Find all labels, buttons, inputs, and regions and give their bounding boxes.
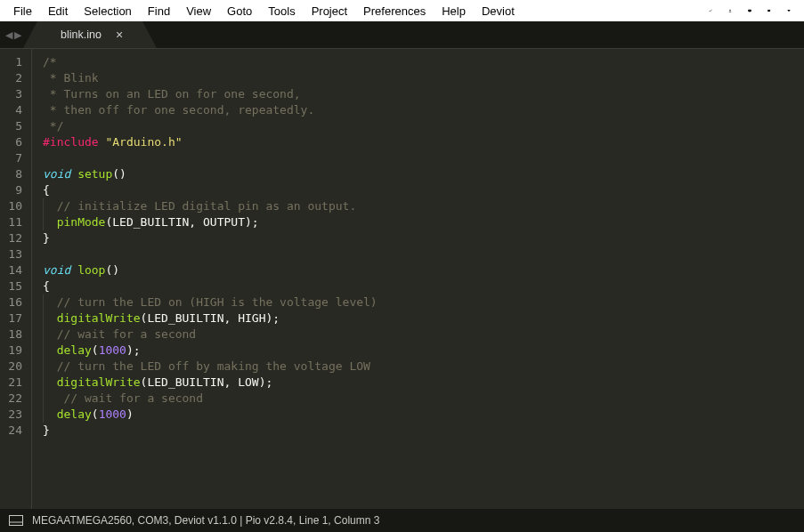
menu-file[interactable]: File — [5, 2, 40, 20]
serial-icon[interactable] — [759, 2, 779, 20]
code-line[interactable]: // wait for a second — [43, 391, 804, 407]
line-number: 8 — [0, 166, 31, 182]
tabstrip: ◀ ▶ blink.ino × — [0, 21, 804, 48]
code-line[interactable] — [43, 150, 804, 166]
line-number: 6 — [0, 134, 31, 150]
menu-edit[interactable]: Edit — [40, 2, 76, 20]
code-line[interactable]: delay(1000) — [43, 407, 804, 423]
menu-view[interactable]: View — [178, 2, 219, 20]
menu-help[interactable]: Help — [434, 2, 474, 20]
line-number: 7 — [0, 150, 31, 166]
menu-preferences[interactable]: Preferences — [355, 2, 434, 20]
tab-close-icon[interactable]: × — [116, 28, 123, 42]
svg-rect-0 — [748, 10, 751, 12]
line-number: 22 — [0, 391, 31, 407]
line-number: 5 — [0, 118, 31, 134]
code-line[interactable]: digitalWrite(LED_BUILTIN, HIGH); — [43, 310, 804, 326]
code-line[interactable]: } — [43, 423, 804, 439]
svg-rect-2 — [767, 10, 770, 12]
build-icon[interactable] — [701, 2, 720, 20]
line-number: 10 — [0, 198, 31, 214]
menu-selection[interactable]: Selection — [76, 2, 139, 20]
code-line[interactable]: delay(1000); — [43, 343, 804, 359]
monitor-icon[interactable] — [740, 2, 759, 20]
line-number: 4 — [0, 102, 31, 118]
tab-label: blink.ino — [61, 28, 102, 41]
upload-icon[interactable] — [720, 2, 740, 20]
line-number: 3 — [0, 86, 31, 102]
code-line[interactable]: // wait for a second — [43, 326, 804, 343]
code-line[interactable]: // turn the LED off by making the voltag… — [43, 359, 804, 375]
editor[interactable]: 123456789101112131415161718192021222324 … — [0, 48, 804, 509]
gutter: 123456789101112131415161718192021222324 — [0, 49, 32, 509]
menu-tools[interactable]: Tools — [260, 2, 303, 20]
line-number: 9 — [0, 182, 31, 198]
line-number: 15 — [0, 278, 31, 294]
line-number: 1 — [0, 54, 31, 70]
code-line[interactable]: { — [43, 278, 804, 294]
dropdown-icon[interactable] — [779, 3, 799, 19]
line-number: 14 — [0, 262, 31, 278]
code-line[interactable]: void loop() — [43, 262, 804, 278]
menubar: File Edit Selection Find View Goto Tools… — [0, 0, 804, 21]
code-line[interactable]: digitalWrite(LED_BUILTIN, LOW); — [43, 375, 804, 391]
tab-next-icon[interactable]: ▶ — [14, 29, 21, 41]
code-line[interactable]: // turn the LED on (HIGH is the voltage … — [43, 294, 804, 310]
line-number: 2 — [0, 70, 31, 86]
code-line[interactable]: * Blink — [43, 70, 804, 86]
code-line[interactable]: #include "Arduino.h" — [43, 134, 804, 150]
code-area[interactable]: /* * Blink * Turns on an LED on for one … — [32, 49, 804, 509]
code-line[interactable]: /* — [43, 54, 804, 70]
line-number: 12 — [0, 230, 31, 246]
line-number: 13 — [0, 246, 31, 262]
line-number: 24 — [0, 423, 31, 439]
status-text: MEGAATMEGA2560, COM3, Deviot v1.1.0 | Pi… — [32, 514, 379, 527]
line-number: 23 — [0, 407, 31, 423]
line-number: 16 — [0, 294, 31, 310]
svg-rect-3 — [10, 516, 23, 526]
menu-find[interactable]: Find — [140, 2, 178, 20]
line-number: 11 — [0, 214, 31, 230]
statusbar: MEGAATMEGA2560, COM3, Deviot v1.1.0 | Pi… — [0, 509, 804, 532]
code-line[interactable]: // initialize LED digital pin as an outp… — [43, 198, 804, 214]
code-line[interactable] — [43, 246, 804, 262]
code-line[interactable]: * then off for one second, repeatedly. — [43, 102, 804, 118]
panel-icon[interactable] — [9, 515, 23, 526]
menu-deviot[interactable]: Deviot — [474, 2, 523, 20]
line-number: 20 — [0, 359, 31, 375]
code-line[interactable]: pinMode(LED_BUILTIN, OUTPUT); — [43, 214, 804, 230]
code-line[interactable]: { — [43, 182, 804, 198]
line-number: 21 — [0, 375, 31, 391]
code-line[interactable]: void setup() — [43, 166, 804, 182]
code-line[interactable]: * Turns on an LED on for one second, — [43, 86, 804, 102]
menu-goto[interactable]: Goto — [219, 2, 260, 20]
tab-prev-icon[interactable]: ◀ — [5, 29, 12, 41]
tab-blink[interactable]: blink.ino × — [45, 21, 135, 48]
menu-project[interactable]: Project — [304, 2, 355, 20]
tab-nav-arrows[interactable]: ◀ ▶ — [0, 21, 27, 48]
line-number: 19 — [0, 343, 31, 359]
code-line[interactable]: } — [43, 230, 804, 246]
line-number: 17 — [0, 310, 31, 326]
line-number: 18 — [0, 326, 31, 343]
code-line[interactable]: */ — [43, 118, 804, 134]
